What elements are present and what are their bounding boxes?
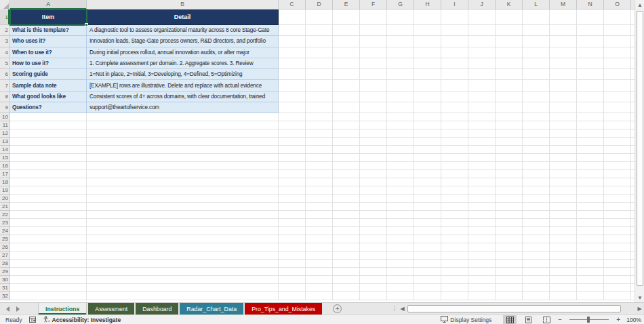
cell[interactable] [414,186,441,195]
column-header-F[interactable]: F [360,0,387,9]
cell[interactable] [87,260,279,268]
cell[interactable] [604,219,631,227]
cell[interactable] [387,170,414,178]
cell[interactable]: Item [10,9,87,25]
cell[interactable] [306,47,333,58]
cell[interactable] [523,292,550,300]
cell[interactable] [496,211,523,219]
cell[interactable] [387,25,414,36]
cell[interactable] [306,235,333,243]
cell[interactable] [577,251,604,260]
cell[interactable] [10,284,87,292]
cell[interactable] [441,203,468,211]
cell[interactable] [387,186,414,195]
cell[interactable] [414,138,441,146]
cell[interactable] [496,121,523,129]
cell[interactable] [414,251,441,260]
cell[interactable] [468,186,496,195]
cell[interactable] [279,146,306,154]
cell[interactable]: support@theartofservice.com [87,102,279,113]
column-header-N[interactable]: N [577,0,604,9]
cell[interactable] [414,129,441,138]
cell[interactable] [577,92,604,102]
cell[interactable] [306,260,333,268]
cell[interactable] [523,227,550,235]
cell[interactable] [279,102,306,113]
row-header-15[interactable]: 15 [0,154,10,162]
cell[interactable] [468,154,496,162]
cell[interactable] [550,203,577,211]
cell[interactable] [523,69,550,80]
cell[interactable] [604,80,631,91]
cell[interactable] [550,47,577,58]
cell[interactable] [333,47,360,58]
cell[interactable] [279,80,306,91]
cell[interactable] [414,69,441,80]
cell[interactable] [87,154,279,162]
cell[interactable] [441,260,468,268]
cell[interactable] [604,243,631,251]
row-header-18[interactable]: 18 [0,178,10,186]
cell[interactable] [441,113,468,121]
cell[interactable] [414,36,441,47]
cell[interactable] [496,138,523,146]
cell[interactable] [360,47,387,58]
cell[interactable] [279,178,306,186]
row-header-7[interactable]: 7 [0,80,10,91]
cell[interactable] [360,138,387,146]
cell[interactable] [387,235,414,243]
cell[interactable] [468,121,496,129]
cell[interactable] [333,195,360,203]
cell[interactable] [577,276,604,284]
cell[interactable] [496,69,523,80]
cell[interactable] [604,154,631,162]
cell[interactable] [333,170,360,178]
vertical-scrollbar[interactable]: ▲ ▼ [635,0,644,302]
cell[interactable] [387,69,414,80]
cell[interactable] [577,162,604,170]
cell[interactable] [306,203,333,211]
cell[interactable] [387,146,414,154]
row-header-10[interactable]: 10 [0,113,10,121]
cell[interactable] [87,162,279,170]
cell[interactable] [279,284,306,292]
cell[interactable] [550,186,577,195]
cell[interactable] [414,58,441,69]
cell[interactable]: What is this template? [10,25,87,36]
cell[interactable] [523,36,550,47]
cell[interactable] [360,36,387,47]
cell[interactable] [441,186,468,195]
cell[interactable] [414,47,441,58]
cell[interactable] [577,121,604,129]
cell[interactable] [333,227,360,235]
cell[interactable] [523,284,550,292]
cell[interactable] [10,178,87,186]
cell[interactable] [333,186,360,195]
page-break-preview-button[interactable] [540,315,553,324]
cell[interactable] [279,268,306,276]
cell[interactable] [279,92,306,102]
sheet-tab-dashboard[interactable]: Dashboard [136,303,178,315]
cell[interactable] [468,25,496,36]
cell[interactable] [550,9,577,25]
cell[interactable] [387,92,414,102]
cell[interactable] [360,129,387,138]
cell[interactable] [333,36,360,47]
cell[interactable]: How to use it? [10,58,87,69]
cell[interactable] [10,113,87,121]
cell[interactable] [550,80,577,91]
cell[interactable] [523,146,550,154]
cell[interactable] [496,260,523,268]
cell[interactable] [306,292,333,300]
cell[interactable] [333,121,360,129]
cell[interactable] [387,121,414,129]
scroll-down-icon[interactable]: ▼ [635,293,644,302]
cell[interactable] [10,251,87,260]
cell[interactable] [577,203,604,211]
cell[interactable] [523,129,550,138]
cell[interactable] [468,129,496,138]
cell[interactable] [360,235,387,243]
cell[interactable] [523,203,550,211]
cell[interactable] [279,211,306,219]
cell[interactable] [279,243,306,251]
